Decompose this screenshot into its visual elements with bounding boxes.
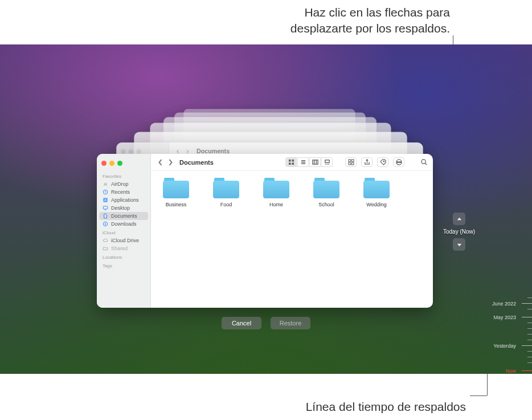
airdrop-icon [103,181,108,187]
clock-icon [103,189,108,195]
sidebar-item-icloud-drive[interactable]: iCloud Drive [97,236,150,244]
folder-label: School [318,202,334,207]
sidebar-item-downloads[interactable]: Downloads [97,220,150,228]
finder-sidebar: Favorites AirDrop Recents A Applications [97,154,151,308]
gallery-view-button[interactable] [321,157,333,167]
sidebar-item-airdrop[interactable]: AirDrop [97,180,150,188]
snapshot-nav: Today (Now) [443,213,475,251]
callout-line-bottom-h [470,395,487,396]
svg-rect-7 [292,160,294,162]
timeline-minor-tick [527,357,532,357]
timeline-label: June 2022 [492,301,516,307]
svg-rect-10 [312,160,317,164]
svg-rect-6 [288,160,290,162]
tag-button[interactable] [377,157,388,167]
timeline-minor-tick [527,362,532,363]
timeline-minor-tick [527,334,532,335]
icon-view-button[interactable] [285,157,297,167]
sidebar-item-label: AirDrop [111,181,129,187]
sidebar-section-tags: Tags [97,261,150,270]
folder-icon [263,178,289,198]
close-button[interactable] [101,161,107,166]
sidebar-item-documents[interactable]: Documents [99,212,148,220]
timeline-label-now: Now [506,368,516,374]
backup-timeline[interactable]: June 2022 May 2023 Yesterday Now [492,289,532,374]
finder-window[interactable]: Favorites AirDrop Recents A Applications [97,154,433,308]
sidebar-item-applications[interactable]: A Applications [97,196,150,204]
share-button[interactable] [361,157,373,167]
sidebar-section-favorites: Favorites [97,172,150,180]
next-snapshot-button[interactable] [453,238,465,251]
downloads-icon [103,221,108,227]
timeline-label: Yesterday [493,343,516,349]
action-button[interactable] [393,157,404,167]
group-button[interactable] [345,157,357,167]
folder-label: Home [269,202,283,207]
finder-toolbar: Documents [151,154,433,171]
svg-rect-14 [348,162,350,165]
sidebar-section-locations: Locations [97,252,150,261]
annotation-bottom-text: Línea del tiempo de respaldos [306,400,466,413]
timeline-minor-tick [527,340,532,340]
svg-rect-4 [103,206,108,209]
restore-button[interactable]: Restore [271,317,310,329]
folder-item-food[interactable]: Food [209,178,243,207]
finder-content[interactable]: Business Food Home School Wedding [151,171,433,308]
folder-icon [213,178,239,198]
sidebar-item-shared[interactable]: Shared [97,244,150,252]
timeline-label: May 2023 [493,315,516,320]
folder-icon [163,178,189,198]
forward-button[interactable] [166,158,175,167]
list-view-button[interactable] [297,157,309,167]
svg-rect-15 [351,162,354,165]
folder-item-home[interactable]: Home [259,178,293,207]
svg-point-18 [398,162,399,163]
cancel-button[interactable]: Cancel [222,317,261,329]
annotation-bottom: Línea del tiempo de respaldos [278,399,466,415]
desktop-icon [103,205,108,211]
sidebar-item-label: Shared [111,246,128,251]
sidebar-section-icloud: iCloud [97,228,150,236]
timeline-minor-tick [527,328,532,329]
timeline-minor-tick [527,309,532,309]
cloud-icon [103,238,108,243]
sidebar-item-label: iCloud Drive [111,238,139,243]
search-button[interactable] [419,158,428,167]
svg-rect-13 [351,160,354,162]
shared-folder-icon [103,246,108,251]
sidebar-item-label: Desktop [111,205,130,211]
timeline-minor-tick [527,323,532,323]
folder-item-wedding[interactable]: Wedding [359,178,394,207]
svg-rect-8 [288,162,290,165]
window-controls [97,157,150,172]
sidebar-item-desktop[interactable]: Desktop [97,204,150,212]
svg-point-16 [383,161,384,161]
maximize-button[interactable] [117,161,122,166]
folder-item-business[interactable]: Business [159,178,193,207]
action-bar: Cancel Restore [222,317,310,329]
minimize-button[interactable] [109,161,114,166]
svg-rect-9 [292,162,294,165]
folder-label: Business [166,202,187,207]
svg-point-17 [396,162,398,163]
folder-label: Food [220,202,232,207]
current-snapshot-label: Today (Now) [443,229,475,235]
annotation-top-line2: desplazarte por los respaldos. [290,22,450,35]
sidebar-item-label: Downloads [111,221,137,227]
annotation-top-line1: Haz clic en las flechas para [304,6,450,19]
sidebar-item-recents[interactable]: Recents [97,188,150,196]
cancel-label: Cancel [232,320,251,327]
applications-icon: A [103,197,108,203]
documents-icon [103,213,108,219]
folder-item-school[interactable]: School [309,178,343,207]
window-title: Documents [179,159,214,166]
timeline-minor-tick [527,351,532,352]
folder-label: Wedding [366,202,386,207]
sidebar-item-label: Recents [111,189,130,195]
restore-label: Restore [280,320,302,327]
folder-icon [363,178,390,198]
sidebar-item-label: Applications [111,197,139,203]
back-button[interactable] [155,158,165,167]
column-view-button[interactable] [309,157,321,167]
previous-snapshot-button[interactable] [453,213,465,225]
